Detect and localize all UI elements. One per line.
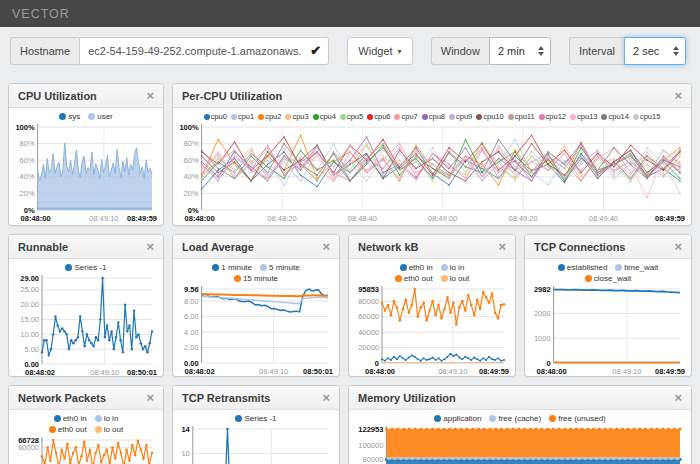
svg-text:60%: 60%	[20, 156, 35, 165]
legend-dot-icon	[88, 113, 95, 120]
legend-dot-icon	[558, 264, 565, 271]
legend-item[interactable]: sys	[59, 111, 80, 122]
panel-body: Series -1 0.005.0010.0015.0020.0025.0029…	[9, 259, 163, 377]
legend-label: 1 minute	[221, 262, 252, 273]
svg-text:122953: 122953	[358, 425, 383, 434]
legend-dot-icon	[570, 114, 576, 120]
interval-label: Interval	[569, 37, 624, 65]
widget-button-label: Widget	[358, 45, 392, 57]
legend-label: cpu5	[347, 111, 363, 122]
legend-item[interactable]: cpu4	[313, 111, 336, 122]
legend-item[interactable]: cpu0	[204, 111, 227, 122]
svg-text:08:48:00: 08:48:00	[537, 367, 567, 376]
legend-label: cpu15	[640, 111, 660, 122]
legend-item[interactable]: 5 minute	[260, 262, 300, 273]
legend-dot-icon	[95, 426, 102, 433]
legend-item[interactable]: cpu15	[633, 111, 660, 122]
hostname-input[interactable]	[79, 37, 329, 65]
legend-item[interactable]: cpu9	[449, 111, 472, 122]
close-icon[interactable]: ×	[674, 391, 682, 404]
legend-item[interactable]: cpu8	[422, 111, 445, 122]
legend-item[interactable]: cpu5	[340, 111, 363, 122]
legend-item[interactable]: cpu7	[394, 111, 417, 122]
svg-text:08:48:00: 08:48:00	[185, 214, 215, 223]
legend-label: cpu7	[401, 111, 417, 122]
panel-header: Network kB ×	[349, 235, 515, 259]
chart-legend: sysuser	[55, 111, 117, 122]
close-icon[interactable]: ×	[674, 89, 682, 102]
legend-item[interactable]: user	[88, 111, 113, 122]
legend-item[interactable]: free (cache)	[489, 413, 541, 424]
panel-title: Runnable	[18, 241, 68, 253]
legend-item[interactable]: time_wait	[615, 262, 658, 273]
panel-tcp-retransmits: TCP Retransmits × Series -1 05101408:48:…	[172, 385, 340, 464]
legend-label: cpu2	[265, 111, 281, 122]
svg-text:95853: 95853	[358, 285, 379, 294]
panel-network-kb: Network kB × eth0 inlo ineth0 outlo out …	[348, 234, 516, 377]
legend-item[interactable]: cpu14	[601, 111, 628, 122]
legend-item[interactable]: lo out	[95, 424, 124, 435]
close-icon[interactable]: ×	[498, 240, 506, 253]
panel-body: applicationfree (cache)free (unused) 020…	[349, 410, 691, 464]
svg-text:08:49:20: 08:49:20	[508, 214, 537, 223]
legend-label: sys	[68, 111, 80, 122]
legend-item[interactable]: cpu10	[476, 111, 503, 122]
panel-title: Memory Utilization	[358, 392, 456, 404]
widget-dropdown-button[interactable]: Widget ▾	[347, 37, 413, 65]
window-select[interactable]: 2 min	[489, 37, 551, 65]
legend-label: cpu1	[238, 111, 254, 122]
legend-label: cpu9	[456, 111, 472, 122]
close-icon[interactable]: ×	[322, 240, 330, 253]
legend-item[interactable]: lo in	[95, 413, 119, 424]
legend-item[interactable]: application	[434, 413, 481, 424]
legend-item[interactable]: Series -1	[65, 262, 106, 273]
svg-text:80000: 80000	[358, 297, 379, 306]
legend-label: free (cache)	[498, 413, 541, 424]
legend-label: cpu6	[374, 111, 390, 122]
window-value: 2 min	[498, 45, 525, 57]
panel-title: TCP Retransmits	[182, 392, 270, 404]
svg-text:14: 14	[181, 425, 190, 434]
svg-text:100000: 100000	[358, 441, 383, 450]
legend-dot-icon	[422, 114, 428, 120]
svg-text:80%: 80%	[20, 139, 35, 148]
legend-dot-icon	[212, 264, 219, 271]
legend-item[interactable]: eth0 out	[49, 424, 87, 435]
legend-item[interactable]: lo out	[441, 273, 470, 284]
legend-item[interactable]: 1 minute	[212, 262, 252, 273]
legend-label: lo out	[450, 273, 470, 284]
svg-text:2000: 2000	[534, 309, 551, 318]
close-icon[interactable]: ×	[146, 391, 154, 404]
memory-utilization-chart: 02000040000600008000010000012295308:48:0…	[354, 424, 686, 464]
legend-item[interactable]: eth0 in	[400, 262, 433, 273]
legend-item[interactable]: cpu13	[570, 111, 597, 122]
svg-text:60%: 60%	[184, 156, 199, 165]
legend-item[interactable]: eth0 out	[395, 273, 433, 284]
close-icon[interactable]: ×	[146, 89, 154, 102]
legend-item[interactable]: free (unused)	[549, 413, 606, 424]
cpu-utilization-chart: 0%20%40%60%80%100%08:48:0008:49:1008:49:…	[14, 122, 158, 223]
legend-item[interactable]: established	[558, 262, 607, 273]
legend-item[interactable]: cpu2	[258, 111, 281, 122]
legend-item[interactable]: close_wait	[585, 273, 631, 284]
legend-item[interactable]: cpu3	[285, 111, 308, 122]
legend-item[interactable]: Series -1	[235, 413, 276, 424]
legend-item[interactable]: eth0 in	[54, 413, 87, 424]
chart-legend: Series -1	[231, 413, 280, 424]
legend-dot-icon	[539, 114, 545, 120]
legend-item[interactable]: cpu12	[539, 111, 566, 122]
svg-text:9.56: 9.56	[184, 285, 199, 294]
interval-select[interactable]: 2 sec	[624, 37, 686, 65]
close-icon[interactable]: ×	[674, 240, 682, 253]
legend-item[interactable]: cpu1	[231, 111, 254, 122]
legend-item[interactable]: 15 minute	[234, 273, 278, 284]
close-icon[interactable]: ×	[146, 240, 154, 253]
legend-item[interactable]: lo in	[441, 262, 465, 273]
check-icon[interactable]: ✔	[310, 43, 321, 58]
legend-item[interactable]: cpu6	[367, 111, 390, 122]
legend-item[interactable]: cpu11	[508, 111, 535, 122]
legend-label: close_wait	[594, 273, 631, 284]
close-icon[interactable]: ×	[322, 391, 330, 404]
svg-text:08:48:00: 08:48:00	[21, 214, 51, 223]
legend-label: Series -1	[244, 413, 276, 424]
